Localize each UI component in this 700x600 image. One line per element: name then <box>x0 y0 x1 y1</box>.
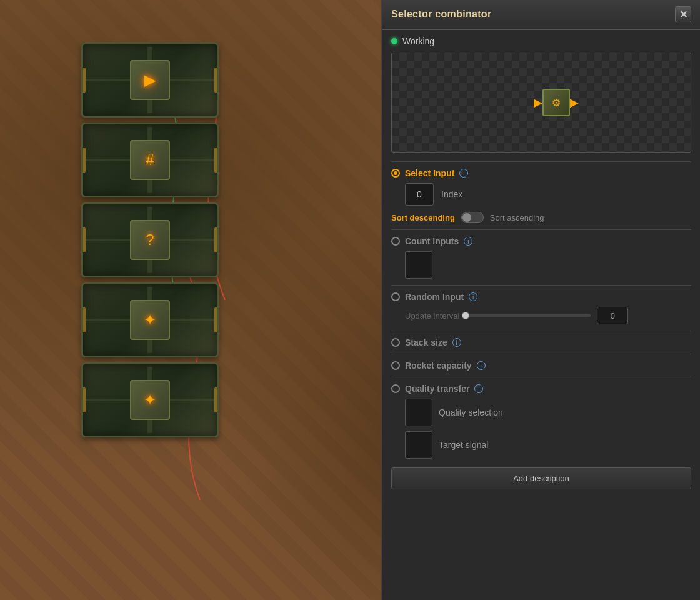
machine-5: ✦ <box>81 362 219 438</box>
stack-size-info-icon[interactable]: i <box>452 338 461 347</box>
entity-inner-icon: ⚙ <box>552 97 561 109</box>
update-interval-row: Update interval 0 <box>405 307 691 324</box>
random-input-header: Random Input i <box>391 292 691 302</box>
select-input-info-icon[interactable]: i <box>459 169 468 178</box>
status-row: Working <box>391 36 691 46</box>
machine-1-core: ▶ <box>130 60 170 100</box>
sort-descending-label: Sort descending <box>391 213 455 222</box>
divider-4 <box>391 331 691 331</box>
quality-selection-label: Quality selection <box>439 408 503 418</box>
machine-2: # <box>81 122 219 198</box>
index-value-box[interactable]: 0 <box>405 183 434 206</box>
random-input-info-icon[interactable]: i <box>469 292 478 301</box>
machine-3-core: ? <box>130 220 170 260</box>
divider-2 <box>391 229 691 230</box>
quality-transfer-info-icon[interactable]: i <box>474 384 483 393</box>
machine-1-icon: ▶ <box>144 71 156 89</box>
index-row: 0 Index <box>405 183 691 206</box>
stack-size-header: Stack size i <box>391 338 691 348</box>
machine-4: ✦ <box>81 282 219 358</box>
sort-toggle[interactable] <box>461 212 484 223</box>
quality-selection-row: Quality selection <box>405 399 691 426</box>
random-input-label: Random Input <box>405 292 464 302</box>
sort-ascending-label: Sort ascending <box>490 213 544 222</box>
preview-area: ▶ ⚙ ▶ <box>391 52 691 152</box>
toggle-knob <box>462 213 471 222</box>
rocket-capacity-section: Rocket capacity i <box>391 361 691 371</box>
machine-3-icon: ? <box>146 231 154 249</box>
select-input-label: Select Input <box>405 168 454 178</box>
slider-thumb <box>462 312 469 319</box>
quality-transfer-label: Quality transfer <box>405 384 469 394</box>
rocket-capacity-info-icon[interactable]: i <box>477 361 486 370</box>
preview-entity: ▶ ⚙ ▶ <box>541 88 571 118</box>
index-value: 0 <box>417 189 422 199</box>
stack-size-section: Stack size i <box>391 338 691 348</box>
quality-boxes: Quality selection Target signal <box>405 399 691 459</box>
machine-1: ▶ <box>81 42 219 118</box>
stack-size-radio[interactable] <box>391 338 400 347</box>
panel-content: Working ▶ ⚙ ▶ Select Input i 0 <box>382 30 700 600</box>
add-description-button[interactable]: Add description <box>391 468 691 489</box>
target-signal-label: Target signal <box>439 440 488 450</box>
quality-selection-box[interactable] <box>405 399 432 426</box>
divider-1 <box>391 161 691 162</box>
close-button[interactable]: ✕ <box>675 6 691 22</box>
select-input-radio[interactable] <box>391 169 400 178</box>
slider-value-text: 0 <box>611 311 615 321</box>
target-signal-box[interactable] <box>405 431 432 459</box>
divider-6 <box>391 377 691 378</box>
status-text: Working <box>402 36 434 46</box>
select-input-section: Select Input i 0 Index Sort descending S… <box>391 168 691 223</box>
count-inputs-label: Count Inputs <box>405 236 459 246</box>
random-input-radio[interactable] <box>391 292 400 301</box>
rocket-capacity-radio[interactable] <box>391 361 400 370</box>
panel-title: Selector combinator <box>391 9 491 20</box>
count-inputs-info-icon[interactable]: i <box>464 237 472 246</box>
status-dot <box>391 38 398 44</box>
machines-area: ▶ # ? ✦ ✦ <box>62 38 238 488</box>
quality-transfer-header: Quality transfer i <box>391 384 691 394</box>
select-input-header: Select Input i <box>391 168 691 178</box>
divider-5 <box>391 354 691 354</box>
stack-size-label: Stack size <box>405 338 448 348</box>
machine-4-icon: ✦ <box>144 311 156 329</box>
index-label: Index <box>441 189 462 199</box>
slider-value-box[interactable]: 0 <box>597 307 628 324</box>
machine-5-core: ✦ <box>130 380 170 420</box>
quality-transfer-section: Quality transfer i Quality selection Tar… <box>391 384 691 459</box>
divider-3 <box>391 285 691 286</box>
entity-visual: ▶ ⚙ ▶ <box>542 89 570 116</box>
selector-combinator-panel: Selector combinator ✕ Working ▶ ⚙ ▶ Sele… <box>381 0 700 600</box>
machine-3: ? <box>81 202 219 278</box>
update-interval-label: Update interval <box>405 311 459 321</box>
entity-arrow-left-icon: ▶ <box>534 96 542 109</box>
random-input-section: Random Input i Update interval 0 <box>391 292 691 324</box>
count-inputs-signal-box[interactable] <box>405 251 432 279</box>
panel-title-bar: Selector combinator ✕ <box>382 0 700 30</box>
sort-row: Sort descending Sort ascending <box>391 212 691 223</box>
entity-arrow-right-icon: ▶ <box>570 96 579 109</box>
count-inputs-radio[interactable] <box>391 237 400 246</box>
update-interval-slider[interactable] <box>466 314 591 318</box>
rocket-capacity-label: Rocket capacity <box>405 361 472 371</box>
count-inputs-header: Count Inputs i <box>391 236 691 246</box>
target-signal-row: Target signal <box>405 431 691 459</box>
machine-2-core: # <box>130 140 170 180</box>
count-inputs-section: Count Inputs i <box>391 236 691 279</box>
machine-4-core: ✦ <box>130 300 170 340</box>
quality-transfer-radio[interactable] <box>391 384 400 393</box>
machine-2-icon: # <box>146 151 154 169</box>
rocket-capacity-header: Rocket capacity i <box>391 361 691 371</box>
machine-5-icon: ✦ <box>144 391 156 409</box>
